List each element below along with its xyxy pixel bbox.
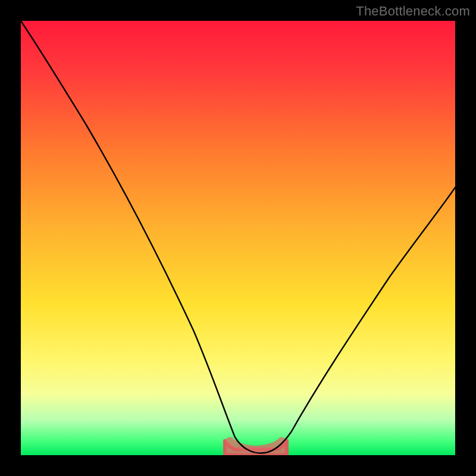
- chart-svg: [21, 21, 455, 455]
- watermark-text: TheBottleneck.com: [356, 4, 470, 19]
- plot-area: [21, 21, 455, 455]
- chart-frame: TheBottleneck.com: [0, 0, 476, 476]
- bottleneck-curve: [21, 21, 455, 453]
